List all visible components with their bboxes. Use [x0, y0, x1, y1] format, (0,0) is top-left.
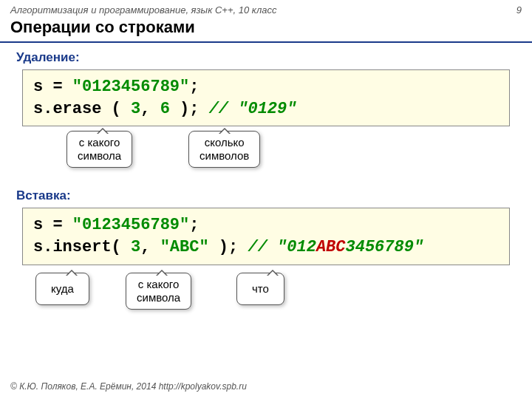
code-text: );	[170, 100, 209, 118]
code-text: s.insert(	[33, 238, 131, 256]
code-num: 3	[131, 238, 140, 256]
code-highlight: ABC	[316, 238, 346, 256]
callout-text: с какогосимвола	[78, 136, 121, 162]
code-text: s =	[33, 78, 72, 96]
callout-from-char: с какогосимвола	[66, 131, 132, 168]
code-block-erase: s = "0123456789"; s.erase ( 3, 6 ); // "…	[22, 69, 510, 126]
code-string: "0123456789"	[72, 216, 189, 234]
code-text: ,	[140, 238, 160, 256]
code-text: s.erase (	[33, 100, 131, 118]
code-string: "ABC"	[160, 238, 209, 256]
code-text: s =	[33, 216, 72, 234]
callout-text: с какогосимвола	[137, 278, 180, 304]
code-comment: 3456789"	[346, 238, 424, 256]
callouts-erase: с какогосимвола сколькосимволов	[22, 126, 510, 187]
slide-header: Алгоритмизация и программирование, язык …	[0, 0, 532, 18]
callout-how-many: сколькосимволов	[188, 131, 260, 168]
slide-footer: © К.Ю. Поляков, Е.А. Ерёмин, 2014 http:/…	[10, 381, 247, 392]
callout-from-char2: с какогосимвола	[126, 273, 191, 310]
code-text: ;	[189, 216, 199, 234]
code-text: );	[209, 238, 248, 256]
code-comment: // "0129"	[209, 100, 297, 118]
callout-text: куда	[51, 282, 74, 295]
page-number: 9	[516, 4, 522, 16]
callout-where: куда	[35, 273, 89, 305]
callout-text: сколькосимволов	[200, 136, 249, 162]
callout-text: что	[252, 282, 269, 295]
code-text: ;	[189, 78, 199, 96]
code-block-insert: s = "0123456789"; s.insert( 3, "ABC" ); …	[22, 208, 510, 265]
code-num: 3	[131, 100, 140, 118]
section-heading-insert: Вставка:	[0, 187, 532, 208]
course-title: Алгоритмизация и программирование, язык …	[10, 4, 276, 16]
page-title: Операции со строками	[0, 18, 532, 43]
section-heading-erase: Удаление:	[0, 43, 532, 69]
callouts-insert: куда с какогосимвола что	[22, 265, 510, 326]
code-string: "0123456789"	[72, 78, 189, 96]
code-text: ,	[140, 100, 160, 118]
code-comment: // "012	[248, 238, 316, 256]
code-num: 6	[160, 100, 170, 118]
callout-what: что	[236, 273, 284, 305]
